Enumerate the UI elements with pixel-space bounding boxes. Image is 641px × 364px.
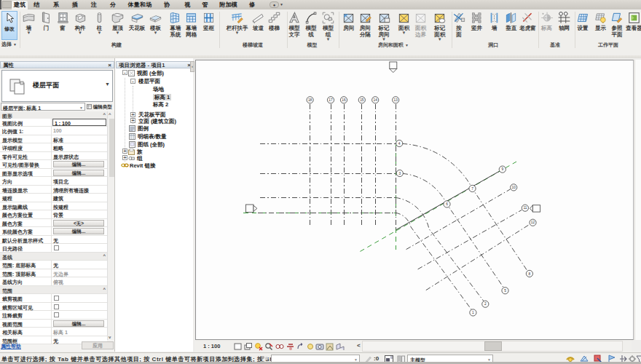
svg-text:6: 6 [446, 202, 448, 206]
svg-text:17: 17 [329, 98, 333, 102]
svg-text:11: 11 [523, 206, 527, 210]
svg-text:12: 12 [531, 221, 535, 224]
svg-text:16: 16 [342, 98, 346, 102]
svg-text:15: 15 [360, 98, 364, 102]
svg-text:1: 1 [472, 311, 474, 314]
svg-text:10: 10 [512, 186, 516, 189]
svg-text:7: 7 [471, 187, 473, 191]
svg-text:14: 14 [374, 98, 378, 102]
svg-text:5: 5 [504, 289, 506, 293]
svg-text:18: 18 [308, 98, 312, 102]
svg-text:8: 8 [529, 272, 531, 276]
svg-text:3: 3 [398, 172, 401, 175]
svg-text:4: 4 [398, 142, 401, 146]
svg-text:2: 2 [484, 302, 487, 306]
svg-text:9: 9 [501, 167, 503, 171]
svg-text:13: 13 [394, 98, 398, 102]
